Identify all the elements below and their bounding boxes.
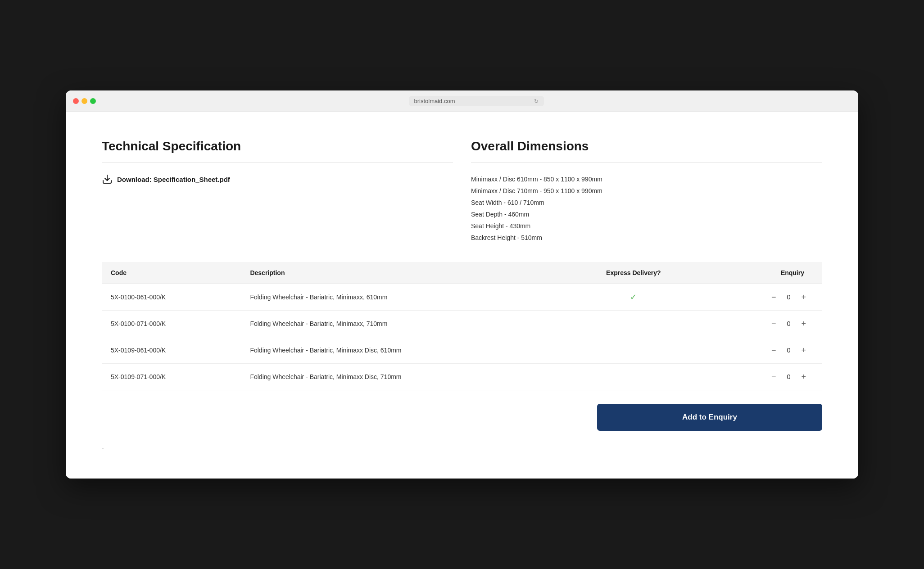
traffic-lights — [73, 98, 96, 104]
dimension-line: Minimaxx / Disc 710mm - 950 x 1100 x 990… — [471, 185, 822, 197]
cell-express-delivery — [564, 337, 703, 363]
col-header-express: Express Delivery? — [564, 262, 703, 284]
cell-code: 5X-0109-071-000/K — [102, 363, 241, 390]
maximize-button[interactable] — [90, 98, 96, 104]
quantity-increase-button[interactable]: + — [798, 292, 809, 302]
address-bar: bristolmaid.com ↻ — [101, 96, 851, 106]
tech-spec-divider — [102, 163, 453, 163]
cell-code: 5X-0100-071-000/K — [102, 310, 241, 337]
table-row: 5X-0100-061-000/KFolding Wheelchair - Ba… — [102, 284, 822, 310]
tech-spec-section: Technical Specification Download: Specif… — [102, 139, 453, 244]
cell-enquiry: −0+ — [703, 310, 822, 337]
col-header-enquiry: Enquiry — [703, 262, 822, 284]
cell-express-delivery: ✓ — [564, 284, 703, 310]
table-header-row: Code Description Express Delivery? Enqui… — [102, 262, 822, 284]
quantity-control: −0+ — [712, 319, 813, 329]
quantity-increase-button[interactable]: + — [798, 319, 809, 329]
cell-express-delivery — [564, 310, 703, 337]
close-button[interactable] — [73, 98, 79, 104]
table-footer: Add to Enquiry — [102, 404, 822, 431]
browser-chrome: bristolmaid.com ↻ — [66, 90, 858, 112]
quantity-value: 0 — [785, 320, 792, 327]
dimension-line: Seat Depth - 460mm — [471, 209, 822, 221]
download-label: Download: Specification_Sheet.pdf — [117, 176, 230, 183]
download-icon — [102, 174, 113, 185]
col-header-description: Description — [241, 262, 564, 284]
quantity-value: 0 — [785, 293, 792, 301]
cell-description: Folding Wheelchair - Bariatric, Minimaxx… — [241, 284, 564, 310]
cell-code: 5X-0109-061-000/K — [102, 337, 241, 363]
browser-window: bristolmaid.com ↻ Technical Specificatio… — [66, 90, 858, 478]
table-row: 5X-0100-071-000/KFolding Wheelchair - Ba… — [102, 310, 822, 337]
quantity-decrease-button[interactable]: − — [769, 292, 779, 302]
cell-description: Folding Wheelchair - Bariatric, Minimaxx… — [241, 310, 564, 337]
cell-description: Folding Wheelchair - Bariatric, Minimaxx… — [241, 337, 564, 363]
dimension-line: Seat Width - 610 / 710mm — [471, 197, 822, 209]
dimensions-title: Overall Dimensions — [471, 139, 822, 154]
url-text: bristolmaid.com — [414, 98, 455, 104]
cell-enquiry: −0+ — [703, 363, 822, 390]
dimension-line: Minimaxx / Disc 610mm - 850 x 1100 x 990… — [471, 174, 822, 185]
dimensions-section: Overall Dimensions Minimaxx / Disc 610mm… — [471, 139, 822, 244]
quantity-control: −0+ — [712, 292, 813, 302]
download-link[interactable]: Download: Specification_Sheet.pdf — [102, 174, 453, 185]
cell-express-delivery — [564, 363, 703, 390]
dimension-line: Seat Height - 430mm — [471, 221, 822, 232]
table-row: 5X-0109-061-000/KFolding Wheelchair - Ba… — [102, 337, 822, 363]
quantity-increase-button[interactable]: + — [798, 372, 809, 382]
check-icon: ✓ — [630, 293, 637, 302]
cell-enquiry: −0+ — [703, 337, 822, 363]
quantity-increase-button[interactable]: + — [798, 345, 809, 355]
quantity-control: −0+ — [712, 345, 813, 355]
quantity-decrease-button[interactable]: − — [769, 345, 779, 355]
cell-enquiry: −0+ — [703, 284, 822, 310]
minimize-button[interactable] — [82, 98, 87, 104]
quantity-value: 0 — [785, 373, 792, 380]
dimension-line: Backrest Height - 510mm — [471, 232, 822, 244]
add-to-enquiry-button[interactable]: Add to Enquiry — [597, 404, 822, 431]
quantity-decrease-button[interactable]: − — [769, 319, 779, 329]
quantity-decrease-button[interactable]: − — [769, 372, 779, 382]
dimensions-divider — [471, 163, 822, 163]
dimensions-list: Minimaxx / Disc 610mm - 850 x 1100 x 990… — [471, 174, 822, 244]
cell-description: Folding Wheelchair - Bariatric, Minimaxx… — [241, 363, 564, 390]
two-col-header: Technical Specification Download: Specif… — [102, 139, 822, 244]
url-bar[interactable]: bristolmaid.com ↻ — [409, 96, 544, 106]
quantity-control: −0+ — [712, 372, 813, 382]
cell-code: 5X-0100-061-000/K — [102, 284, 241, 310]
quantity-value: 0 — [785, 346, 792, 354]
footer-note: - — [102, 444, 822, 452]
page-content: Technical Specification Download: Specif… — [66, 112, 858, 478]
reload-icon[interactable]: ↻ — [534, 98, 539, 104]
table-row: 5X-0109-071-000/KFolding Wheelchair - Ba… — [102, 363, 822, 390]
product-table: Code Description Express Delivery? Enqui… — [102, 262, 822, 390]
col-header-code: Code — [102, 262, 241, 284]
tech-spec-title: Technical Specification — [102, 139, 453, 154]
